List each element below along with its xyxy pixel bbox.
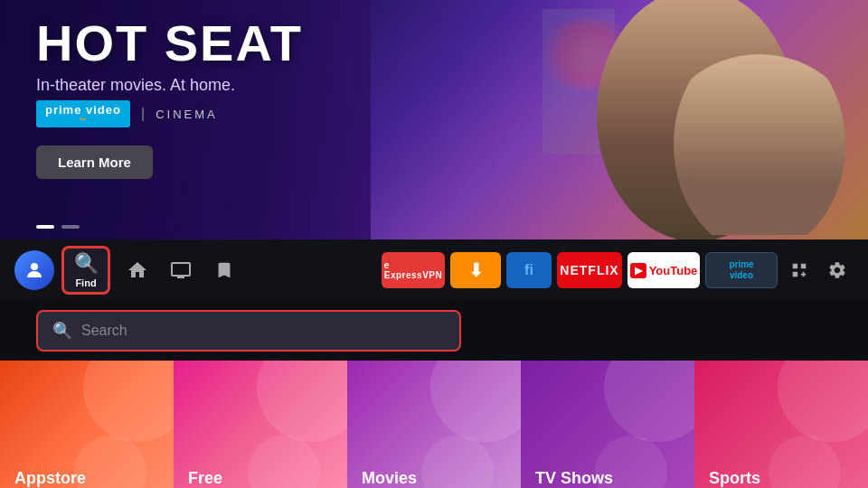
blue-app-label: fi — [524, 262, 533, 278]
blue-app[interactable]: fi — [506, 252, 552, 288]
hero-brand: prime video 〜 | CINEMA — [36, 100, 303, 127]
category-free-label: Free — [188, 469, 222, 488]
find-label: Find — [75, 277, 96, 288]
netflix-label: NETFLIX — [560, 263, 618, 277]
category-sports-label: Sports — [709, 469, 760, 488]
find-search-icon: 🔍 — [74, 252, 99, 276]
category-free[interactable]: Free — [174, 361, 347, 488]
hero-subtitle: In-theater movies. At home. — [36, 76, 303, 95]
svg-point-0 — [31, 263, 38, 270]
search-bar-row: 🔍 Search — [0, 301, 868, 361]
brand-divider: | — [141, 106, 145, 122]
home-nav-icon[interactable] — [119, 252, 156, 288]
category-appstore[interactable]: Appstore — [0, 361, 174, 488]
category-sports[interactable]: Sports — [694, 361, 868, 488]
expressvpn-label: e ExpressVPN — [384, 260, 442, 280]
category-tvshows[interactable]: TV Shows — [521, 361, 694, 488]
hero-banner: HOT SEAT In-theater movies. At home. pri… — [0, 0, 868, 239]
prime-video-app[interactable]: primevideo — [705, 252, 778, 288]
youtube-app[interactable]: ▶ YouTube — [627, 252, 700, 288]
expressvpn-app[interactable]: e ExpressVPN — [382, 252, 445, 288]
learn-more-button[interactable]: Learn More — [36, 145, 153, 179]
tv-nav-icon[interactable] — [163, 252, 199, 288]
find-button-container: 🔍 Find — [61, 246, 110, 295]
dot-2[interactable] — [61, 225, 80, 229]
prime-video-logo: prime video 〜 — [36, 100, 130, 127]
category-appstore-label: Appstore — [14, 469, 86, 488]
category-movies-label: Movies — [362, 469, 417, 488]
search-placeholder: Search — [81, 323, 127, 339]
hero-dots — [36, 225, 80, 229]
youtube-label: YouTube — [649, 264, 698, 277]
profile-icon[interactable] — [14, 250, 54, 290]
hero-content: HOT SEAT In-theater movies. At home. pri… — [36, 18, 303, 179]
amazon-smile: 〜 — [45, 115, 121, 125]
categories: Appstore Free Movies TV Shows Sports — [0, 361, 868, 488]
dot-1[interactable] — [36, 225, 54, 229]
find-button[interactable]: 🔍 Find — [61, 246, 110, 295]
cinema-label: CINEMA — [156, 108, 218, 121]
grid-icon[interactable] — [783, 254, 816, 286]
downloader-app[interactable]: ⬇ — [450, 252, 501, 288]
search-icon: 🔍 — [52, 321, 72, 341]
category-movies[interactable]: Movies — [347, 361, 521, 488]
youtube-play-icon: ▶ — [630, 263, 646, 278]
search-bar[interactable]: 🔍 Search — [36, 310, 461, 352]
prime-video-label: primevideo — [729, 259, 753, 281]
bookmark-nav-icon[interactable] — [206, 252, 242, 288]
nav-apps: e ExpressVPN ⬇ fi NETFLIX ▶ YouTube prim… — [382, 252, 854, 288]
downloader-label: ⬇ — [468, 259, 484, 281]
category-tvshows-label: TV Shows — [535, 469, 613, 488]
nav-bar: 🔍 Find e ExpressVPN ⬇ fi — [0, 239, 868, 301]
hero-poster — [371, 0, 868, 239]
nav-icons — [119, 252, 242, 288]
hero-title: HOT SEAT — [36, 18, 303, 69]
netflix-app[interactable]: NETFLIX — [557, 252, 622, 288]
settings-icon[interactable] — [821, 254, 854, 286]
